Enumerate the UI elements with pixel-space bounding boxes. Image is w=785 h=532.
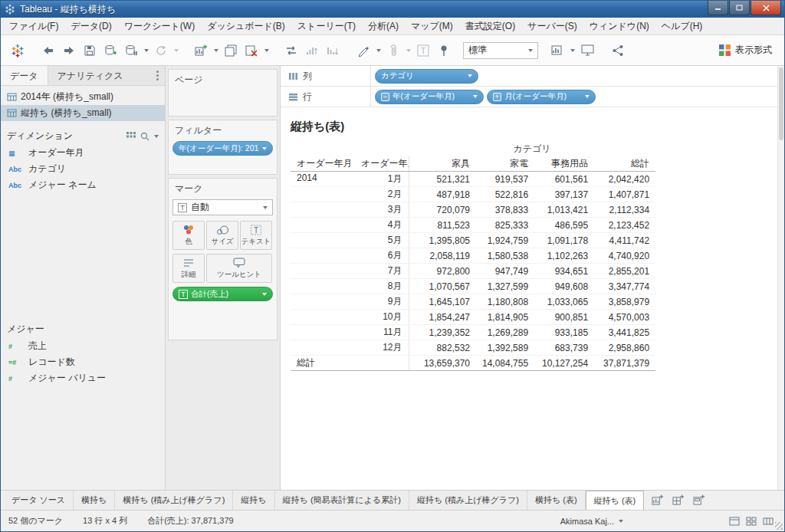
year-header-cell[interactable] — [291, 279, 355, 294]
month-header-cell[interactable]: 3月 — [355, 202, 409, 218]
menu-item[interactable]: マップ(M) — [405, 18, 459, 35]
measure-field[interactable]: # 売上 — [1, 338, 165, 354]
pill-menu-icon[interactable] — [585, 95, 590, 98]
save-icon[interactable] — [80, 41, 99, 61]
value-cell[interactable]: 811,523 — [409, 218, 476, 233]
sheet-tab[interactable]: 縦持ち (積み上げ棒グラフ) — [409, 491, 527, 510]
value-cell[interactable]: 2,042,420 — [594, 172, 655, 187]
value-cell[interactable]: 397,137 — [534, 187, 594, 202]
sheet-tab[interactable]: 横持ち (積み上げ棒グラフ) — [115, 491, 233, 510]
sort-ascending-icon[interactable] — [303, 41, 321, 61]
month-header-cell[interactable]: 2月 — [355, 187, 409, 202]
resize-grip[interactable] — [775, 522, 783, 530]
value-cell[interactable]: 522,816 — [476, 187, 534, 202]
value-cell[interactable]: 1,239,352 — [409, 325, 476, 340]
pill-menu-icon[interactable] — [262, 293, 267, 296]
fit-selector[interactable]: 標準 — [463, 42, 538, 59]
year-header-cell[interactable] — [291, 264, 355, 279]
filter-pill[interactable]: 年(オーダー年月): 2014 — [172, 141, 273, 156]
rows-shelf-pill[interactable]: + 月(オーダー年月) — [487, 90, 596, 104]
month-header-cell[interactable]: 1月 — [355, 172, 409, 187]
tab-data[interactable]: データ — [1, 66, 48, 85]
value-cell[interactable]: 972,800 — [409, 264, 476, 279]
columns-shelf-pill[interactable]: カテゴリ — [375, 69, 478, 84]
total-value-cell[interactable]: 14,084,755 — [476, 356, 534, 371]
new-datasource-icon[interactable] — [101, 41, 120, 61]
value-cell[interactable]: 882,532 — [409, 340, 476, 356]
month-header-cell[interactable]: 8月 — [355, 279, 409, 294]
swap-axes-icon[interactable] — [282, 41, 301, 61]
value-cell[interactable]: 487,918 — [409, 187, 476, 202]
value-cell[interactable]: 1,392,589 — [476, 340, 534, 356]
size-button[interactable]: サイズ — [206, 221, 238, 250]
value-cell[interactable]: 601,561 — [534, 172, 594, 187]
menu-item[interactable]: ヘルプ(H) — [655, 18, 709, 35]
value-cell[interactable]: 4,570,003 — [594, 310, 655, 325]
column-header[interactable]: 家具 — [409, 156, 476, 172]
measure-field[interactable]: # メジャー バリュー — [1, 370, 165, 386]
expand-icon[interactable]: + — [493, 93, 501, 101]
year-header-cell[interactable] — [291, 187, 355, 202]
run-update-icon[interactable] — [152, 41, 170, 61]
value-cell[interactable]: 4,411,742 — [594, 233, 655, 248]
view-grid-icon[interactable] — [126, 132, 136, 141]
value-cell[interactable]: 486,595 — [534, 218, 594, 233]
value-cell[interactable]: 3,441,825 — [594, 325, 655, 340]
year-header-cell[interactable] — [291, 294, 355, 310]
column-header[interactable]: 総計 — [594, 156, 655, 172]
year-header-cell[interactable] — [291, 202, 355, 218]
data-source-item[interactable]: 2014年 (横持ち_small) — [1, 89, 165, 105]
undo-icon[interactable] — [39, 41, 57, 61]
value-cell[interactable]: 934,651 — [534, 264, 594, 279]
dropdown-caret-icon[interactable] — [212, 49, 219, 52]
value-cell[interactable]: 378,833 — [476, 202, 534, 218]
sheet-tab[interactable]: 横持ち — [74, 491, 115, 510]
month-header-cell[interactable]: 6月 — [355, 248, 409, 264]
year-header-cell[interactable] — [291, 248, 355, 264]
menu-item[interactable]: ストーリー(T) — [291, 18, 362, 35]
chevron-down-icon[interactable] — [154, 135, 159, 138]
dropdown-caret-icon[interactable] — [375, 49, 382, 52]
menu-item[interactable]: ファイル(F) — [3, 18, 64, 35]
menu-item[interactable]: ワークシート(W) — [118, 18, 201, 35]
pill-menu-icon[interactable] — [262, 147, 267, 150]
value-cell[interactable]: 949,608 — [534, 279, 594, 294]
month-header-cell[interactable]: 11月 — [355, 325, 409, 340]
dropdown-caret-icon[interactable] — [172, 49, 179, 52]
scrollbar-thumb[interactable] — [779, 67, 783, 140]
value-cell[interactable]: 1,091,178 — [534, 233, 594, 248]
menu-item[interactable]: サーバー(S) — [521, 18, 583, 35]
dropdown-caret-icon[interactable] — [569, 49, 576, 52]
value-cell[interactable]: 1,269,289 — [476, 325, 534, 340]
mark-type-select[interactable]: T 自動 — [172, 199, 273, 215]
value-cell[interactable]: 1,924,759 — [476, 233, 534, 248]
total-label-cell[interactable]: 総計 — [291, 356, 355, 371]
month-header-cell[interactable]: 9月 — [355, 294, 409, 310]
dimension-field[interactable]: ▦ オーダー年月 — [1, 145, 165, 161]
value-cell[interactable]: 1,102,263 — [534, 248, 594, 264]
month-header-cell[interactable]: 5月 — [355, 233, 409, 248]
tab-analytics[interactable]: アナリティクス — [48, 66, 133, 85]
fix-axes-icon[interactable] — [435, 41, 453, 61]
dropdown-caret-icon[interactable] — [405, 49, 412, 52]
year-header-cell[interactable] — [291, 340, 355, 356]
year-header-cell[interactable] — [291, 325, 355, 340]
vertical-scrollbar[interactable] — [777, 66, 784, 490]
value-cell[interactable]: 3,858,979 — [594, 294, 655, 310]
year-header-cell[interactable] — [291, 218, 355, 233]
pause-auto-updates-icon[interactable] — [122, 41, 140, 61]
close-button[interactable] — [751, 1, 781, 15]
menu-item[interactable]: 書式設定(O) — [459, 18, 521, 35]
year-header-cell[interactable]: 2014 — [291, 172, 355, 187]
sheet-tab[interactable]: 縦持ち (表) — [586, 491, 645, 510]
color-button[interactable]: 色 — [172, 221, 205, 250]
user-menu[interactable]: Akimasa Kaj... — [560, 517, 623, 526]
row-field-header[interactable]: オーダー年月 .. — [355, 156, 409, 172]
menu-item[interactable]: ダッシュボード(B) — [201, 18, 291, 35]
search-icon[interactable] — [140, 132, 149, 141]
dropdown-caret-icon[interactable] — [263, 49, 270, 52]
new-worksheet-icon[interactable] — [649, 493, 667, 508]
value-cell[interactable]: 919,537 — [476, 172, 534, 187]
value-cell[interactable]: 1,854,247 — [409, 310, 476, 325]
value-cell[interactable]: 2,855,201 — [594, 264, 655, 279]
